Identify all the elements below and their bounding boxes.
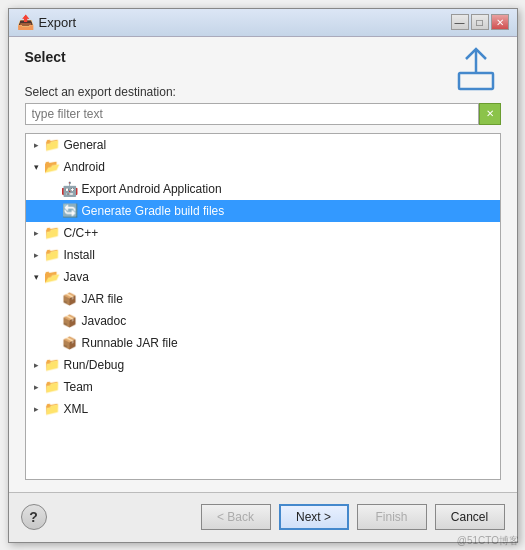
folder-icon: 📁 <box>44 401 60 417</box>
jar-icon: 📦 <box>62 313 78 329</box>
tree-item-xml[interactable]: ▸📁XML <box>26 398 500 420</box>
export-icon <box>451 45 501 95</box>
title-bar: 📤 Export — □ ✕ <box>9 9 517 37</box>
item-label: Install <box>64 248 95 262</box>
item-label: Team <box>64 380 93 394</box>
export-icon-container <box>451 45 501 98</box>
tree-item-cpp[interactable]: ▸📁C/C++ <box>26 222 500 244</box>
item-label: Runnable JAR file <box>82 336 178 350</box>
window-controls: — □ ✕ <box>451 14 509 30</box>
filter-row: ✕ <box>25 103 501 125</box>
folder-icon: 📁 <box>44 137 60 153</box>
window-title: Export <box>39 15 451 30</box>
spacer-arrow: ▸ <box>48 206 62 216</box>
section-title: Select <box>25 49 66 77</box>
tree-item-javadoc[interactable]: ▸📦Javadoc <box>26 310 500 332</box>
expand-arrow: ▸ <box>30 140 44 150</box>
back-button[interactable]: < Back <box>201 504 271 530</box>
item-label: C/C++ <box>64 226 99 240</box>
item-label: Generate Gradle build files <box>82 204 225 218</box>
help-button[interactable]: ? <box>21 504 47 530</box>
folder-open-icon: 📂 <box>44 159 60 175</box>
bottom-bar: ? < Back Next > Finish Cancel <box>9 492 517 542</box>
item-label: Run/Debug <box>64 358 125 372</box>
tree-item-runnable-jar[interactable]: ▸📦Runnable JAR file <box>26 332 500 354</box>
spacer-arrow: ▸ <box>48 184 62 194</box>
spacer-arrow: ▸ <box>48 294 62 304</box>
expand-arrow: ▾ <box>30 162 44 172</box>
item-label: Java <box>64 270 89 284</box>
header-row: Select <box>25 49 501 77</box>
jar-icon: 📦 <box>62 335 78 351</box>
folder-icon: 📁 <box>44 247 60 263</box>
window-icon: 📤 <box>17 14 33 30</box>
tree-item-install[interactable]: ▸📁Install <box>26 244 500 266</box>
tree-container[interactable]: ▸📁General▾📂Android▸🤖Export Android Appli… <box>25 133 501 480</box>
filter-clear-button[interactable]: ✕ <box>479 103 501 125</box>
jar-icon: 📦 <box>62 291 78 307</box>
tree-item-jar-file[interactable]: ▸📦JAR file <box>26 288 500 310</box>
export-dialog: 📤 Export — □ ✕ Select Select an export d… <box>8 8 518 543</box>
filter-input[interactable] <box>25 103 479 125</box>
expand-arrow: ▸ <box>30 360 44 370</box>
item-label: General <box>64 138 107 152</box>
item-label: Javadoc <box>82 314 127 328</box>
filter-label: Select an export destination: <box>25 85 501 99</box>
tree-item-rundebug[interactable]: ▸📁Run/Debug <box>26 354 500 376</box>
item-label: JAR file <box>82 292 123 306</box>
tree-item-team[interactable]: ▸📁Team <box>26 376 500 398</box>
folder-icon: 📁 <box>44 357 60 373</box>
folder-icon: 📁 <box>44 225 60 241</box>
item-label: Export Android Application <box>82 182 222 196</box>
section-header: Select <box>25 49 66 65</box>
expand-arrow: ▸ <box>30 228 44 238</box>
content-area: Select Select an export destination: ✕ ▸… <box>9 37 517 492</box>
expand-arrow: ▸ <box>30 404 44 414</box>
cancel-button[interactable]: Cancel <box>435 504 505 530</box>
tree-item-general[interactable]: ▸📁General <box>26 134 500 156</box>
expand-arrow: ▸ <box>30 250 44 260</box>
tree-item-export-android[interactable]: ▸🤖Export Android Application <box>26 178 500 200</box>
finish-button[interactable]: Finish <box>357 504 427 530</box>
folder-icon: 📁 <box>44 379 60 395</box>
tree-item-android[interactable]: ▾📂Android <box>26 156 500 178</box>
gradle-icon: 🔄 <box>62 203 78 219</box>
spacer-arrow: ▸ <box>48 316 62 326</box>
maximize-button[interactable]: □ <box>471 14 489 30</box>
close-button[interactable]: ✕ <box>491 14 509 30</box>
android-icon: 🤖 <box>62 181 78 197</box>
expand-arrow: ▸ <box>30 382 44 392</box>
folder-open-icon: 📂 <box>44 269 60 285</box>
expand-arrow: ▾ <box>30 272 44 282</box>
next-button[interactable]: Next > <box>279 504 349 530</box>
item-label: XML <box>64 402 89 416</box>
tree-item-java[interactable]: ▾📂Java <box>26 266 500 288</box>
tree-item-generate-gradle[interactable]: ▸🔄Generate Gradle build files <box>26 200 500 222</box>
spacer-arrow: ▸ <box>48 338 62 348</box>
item-label: Android <box>64 160 105 174</box>
minimize-button[interactable]: — <box>451 14 469 30</box>
svg-rect-0 <box>459 73 493 89</box>
watermark: @51CTO博客 <box>457 534 519 548</box>
